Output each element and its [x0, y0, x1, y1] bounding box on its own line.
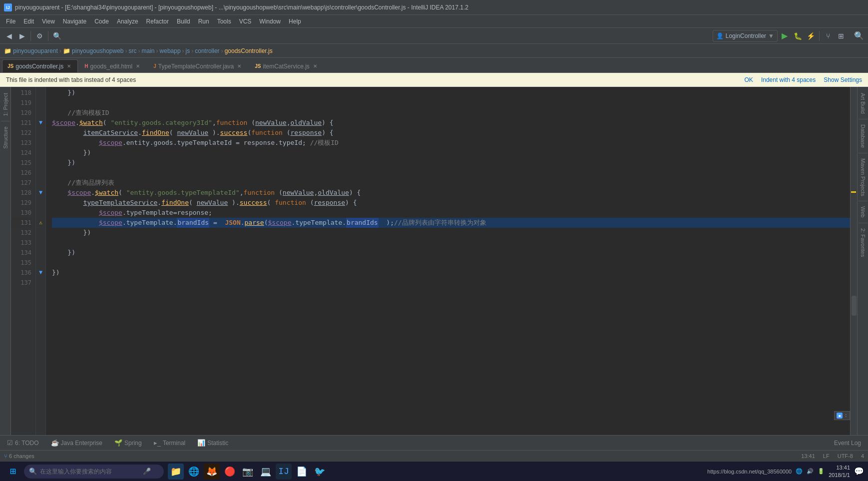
status-bar: ⑂ 6 changes 13:41 LF UTF-8 4 — [0, 450, 868, 461]
toolbar-back[interactable]: ◀ — [3, 30, 15, 42]
menu-refactor[interactable]: Refactor — [142, 17, 173, 26]
tab-label-0: goodsController.js — [15, 63, 63, 70]
vcs-button[interactable]: ⑂ — [822, 30, 834, 42]
menu-view[interactable]: View — [38, 17, 59, 26]
sidebar-web[interactable]: Web — [859, 202, 868, 221]
fold-128[interactable]: ▼ — [36, 188, 45, 198]
coverage-button[interactable]: ⚡ — [805, 30, 817, 42]
debug-button[interactable]: 🐛 — [792, 30, 804, 42]
scrollbar-thumb[interactable] — [852, 296, 857, 316]
menu-navigate[interactable]: Navigate — [59, 17, 90, 26]
status-lf[interactable]: LF — [823, 453, 830, 459]
menu-run[interactable]: Run — [194, 17, 213, 26]
taskbar-app-explorer[interactable]: 📁 — [168, 464, 184, 480]
code-line-118: }) — [52, 88, 850, 98]
notification-center[interactable]: 💬 — [854, 467, 864, 476]
tab-close-0[interactable]: ✕ — [65, 63, 72, 70]
run-config-dropdown[interactable]: 👤 LoginController ▼ — [713, 30, 778, 42]
taskbar-search[interactable]: 🔍 🎤 — [24, 465, 164, 479]
bottom-spring[interactable]: 🌱 Spring — [111, 438, 145, 448]
tab-label-2: TypeTemplateController.java — [158, 63, 234, 70]
taskbar-app-intellij[interactable]: IJ — [276, 464, 292, 480]
taskbar-app-app4[interactable]: 🐦 — [312, 464, 328, 480]
tab-icon-0: JS — [7, 63, 13, 69]
menu-edit[interactable]: Edit — [19, 17, 38, 26]
code-lines[interactable]: }) //查询模板ID $scope.$watch( "entity.goods… — [46, 87, 850, 435]
clock-time: 13:41 — [829, 464, 850, 471]
status-indent[interactable]: 4 — [861, 453, 864, 459]
tab-itemcatservice[interactable]: JS itemCatService.js ✕ — [249, 59, 324, 72]
code-editor[interactable]: 118 119 120 121 122 123 124 125 126 127 … — [11, 87, 857, 435]
toolbar-forward[interactable]: ▶ — [16, 30, 28, 42]
tab-typetemplate[interactable]: J TypeTemplateController.java ✕ — [148, 59, 248, 72]
bottom-terminal[interactable]: ▸_ Terminal — [151, 438, 189, 448]
sidebar-database[interactable]: Database — [859, 120, 868, 152]
notification-indent[interactable]: Indent with 4 spaces — [761, 76, 816, 83]
tab-icon-1: H — [84, 63, 88, 69]
sidebar-maven[interactable]: Maven Projects — [859, 154, 868, 200]
bc-webapp[interactable]: webapp — [160, 47, 181, 54]
taskbar-app-chrome[interactable]: 🌐 — [186, 464, 202, 480]
taskbar-search-input[interactable] — [40, 468, 140, 475]
toolbar-settings[interactable]: ⚙ — [33, 30, 45, 42]
taskbar-clock[interactable]: 13:41 2018/1/1 — [829, 464, 850, 479]
tab-close-3[interactable]: ✕ — [312, 63, 319, 70]
bc-main[interactable]: main — [142, 47, 155, 54]
menu-analyze[interactable]: Analyze — [113, 17, 142, 26]
browser-url: https://blog.csdn.net/qq_38560000 — [707, 469, 792, 475]
taskbar-app-app3[interactable]: 💻 — [258, 464, 274, 480]
taskbar-app-pdf[interactable]: 📄 — [294, 464, 310, 480]
encoding: UTF-8 — [838, 453, 853, 459]
warning-131[interactable]: ⚠ — [36, 218, 45, 228]
bc-project[interactable]: pinyougoushopweb — [72, 47, 123, 54]
tab-close-2[interactable]: ✕ — [236, 63, 243, 70]
fold-136[interactable]: ▼ — [36, 268, 45, 278]
sidebar-structure[interactable]: Structure — [1, 122, 10, 153]
fold-121[interactable]: ▼ — [36, 118, 45, 128]
tab-goods-edit[interactable]: H goods_edit.html ✕ — [79, 59, 147, 72]
start-button[interactable]: ⊞ — [4, 463, 22, 481]
tab-goodscontroller[interactable]: JS goodsController.js ✕ — [2, 59, 78, 72]
menu-code[interactable]: Code — [90, 17, 113, 26]
bottom-event-log[interactable]: Event Log — [831, 439, 864, 448]
bc-file[interactable]: goodsController.js — [225, 47, 273, 54]
menu-tools[interactable]: Tools — [213, 17, 235, 26]
taskbar-app-app1[interactable]: 🔴 — [222, 464, 238, 480]
code-line-127: //查询品牌列表 — [52, 178, 850, 188]
search-everywhere[interactable]: 🔍 — [853, 30, 865, 42]
run-button[interactable]: ▶ — [779, 30, 791, 42]
taskbar-apps: 📁 🌐 🦊 🔴 📷 💻 IJ 📄 🐦 — [168, 464, 328, 480]
notification-settings[interactable]: Show Settings — [824, 76, 862, 83]
window-title: pinyougouparent - [E:\shanghai34\pinyoug… — [15, 4, 468, 11]
bottom-java-enterprise[interactable]: ☕ Java Enterprise — [48, 438, 105, 448]
menu-file[interactable]: File — [2, 17, 19, 26]
sidebar-artbuild[interactable]: Art Build — [859, 89, 868, 118]
bc-src[interactable]: src — [129, 47, 137, 54]
tab-close-1[interactable]: ✕ — [134, 63, 141, 70]
taskbar-app-firefox[interactable]: 🦊 — [204, 464, 220, 480]
sidebar-favorites[interactable]: 2: Favorites — [859, 224, 868, 261]
bottom-statistic[interactable]: 📊 Statistic — [194, 438, 231, 448]
status-encoding[interactable]: UTF-8 — [838, 453, 853, 459]
tab-icon-3: JS — [255, 63, 261, 69]
menu-vcs[interactable]: VCS — [235, 17, 256, 26]
right-sidebar: Art Build Database Maven Projects Web 2:… — [857, 87, 868, 435]
taskbar-app-app2[interactable]: 📷 — [240, 464, 256, 480]
bc-js[interactable]: js — [186, 47, 190, 54]
layout-button[interactable]: ⊞ — [835, 30, 847, 42]
tray-battery[interactable]: 🔋 — [818, 468, 825, 475]
menu-build[interactable]: Build — [173, 17, 194, 26]
tray-volume[interactable]: 🔊 — [807, 468, 814, 475]
toolbar-search[interactable]: 🔍 — [51, 30, 63, 42]
bottom-todo[interactable]: ☑ 6: TODO — [4, 438, 42, 448]
status-cursor[interactable]: 13:41 — [801, 453, 815, 459]
bc-root[interactable]: pinyougouparent — [13, 47, 57, 54]
sidebar-project[interactable]: 1: Project — [1, 89, 10, 120]
bc-controller[interactable]: controller — [195, 47, 219, 54]
tray-network[interactable]: 🌐 — [796, 468, 803, 475]
menu-window[interactable]: Window — [255, 17, 285, 26]
cursor-position: 13:41 — [801, 453, 815, 459]
notification-ok[interactable]: OK — [745, 76, 753, 83]
code-line-129: typeTemplateService.findOne( newValue ).… — [52, 198, 850, 208]
menu-help[interactable]: Help — [285, 17, 305, 26]
